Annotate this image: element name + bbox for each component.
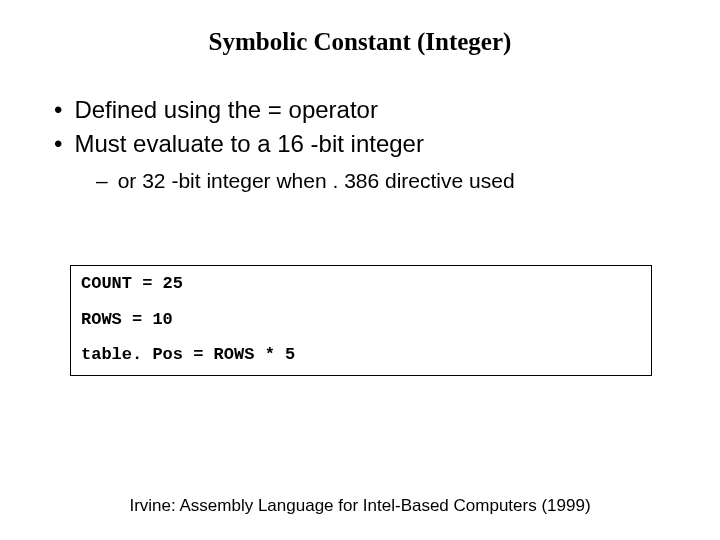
bullet-list: • Defined using the = operator • Must ev…	[54, 94, 670, 195]
sub-bullet-text: or 32 -bit integer when . 386 directive …	[118, 167, 515, 195]
footer-citation: Irvine: Assembly Language for Intel-Base…	[0, 496, 720, 516]
bullet-marker-icon: •	[54, 94, 62, 126]
code-line: COUNT = 25	[81, 274, 641, 294]
code-line: ROWS = 10	[81, 310, 641, 330]
slide-title: Symbolic Constant (Integer)	[50, 28, 670, 56]
bullet-text: Must evaluate to a 16 -bit integer	[74, 128, 424, 160]
sub-bullet-item: – or 32 -bit integer when . 386 directiv…	[96, 167, 670, 195]
slide: Symbolic Constant (Integer) • Defined us…	[0, 0, 720, 540]
code-box: COUNT = 25 ROWS = 10 table. Pos = ROWS *…	[70, 265, 652, 376]
bullet-item: • Must evaluate to a 16 -bit integer	[54, 128, 670, 160]
code-line: table. Pos = ROWS * 5	[81, 345, 641, 365]
bullet-text: Defined using the = operator	[74, 94, 378, 126]
bullet-item: • Defined using the = operator	[54, 94, 670, 126]
dash-marker-icon: –	[96, 167, 108, 195]
bullet-marker-icon: •	[54, 128, 62, 160]
